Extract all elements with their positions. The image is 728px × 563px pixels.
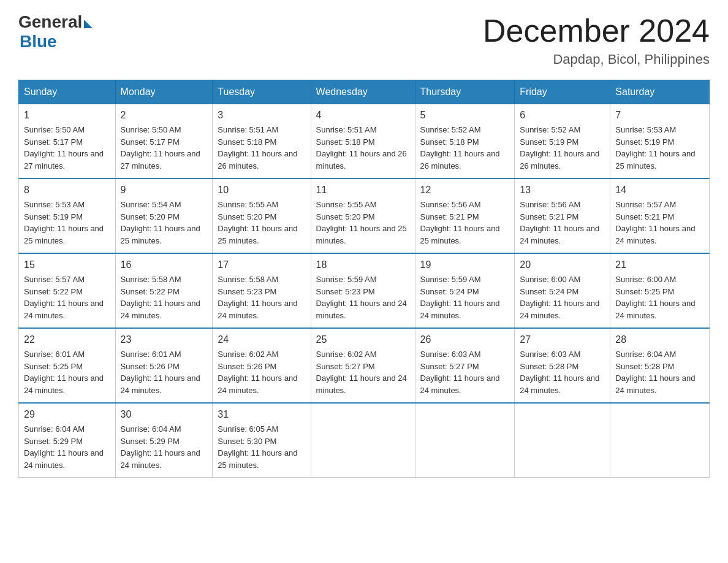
sunrise-label: Sunrise: 5:53 AM: [24, 200, 85, 209]
daylight-label: Daylight: 11 hours and 24 minutes.: [218, 373, 297, 395]
calendar-cell: 29Sunrise: 6:04 AMSunset: 5:29 PMDayligh…: [19, 403, 116, 478]
sunset-label: Sunset: 5:29 PM: [24, 437, 83, 446]
sunset-label: Sunset: 5:27 PM: [316, 362, 375, 371]
daylight-label: Daylight: 11 hours and 24 minutes.: [316, 299, 407, 320]
day-number: 13: [520, 183, 605, 197]
sunrise-label: Sunrise: 6:01 AM: [121, 350, 181, 359]
calendar-cell: 3Sunrise: 5:51 AMSunset: 5:18 PMDaylight…: [213, 104, 311, 179]
calendar-cell: 18Sunrise: 5:59 AMSunset: 5:23 PMDayligh…: [311, 253, 415, 328]
calendar-cell: 1Sunrise: 5:50 AMSunset: 5:17 PMDaylight…: [19, 104, 116, 179]
calendar-cell: 4Sunrise: 5:51 AMSunset: 5:18 PMDaylight…: [311, 104, 415, 179]
sunset-label: Sunset: 5:29 PM: [121, 437, 180, 446]
calendar-cell: 17Sunrise: 5:58 AMSunset: 5:23 PMDayligh…: [213, 253, 311, 328]
calendar-header-row: SundayMondayTuesdayWednesdayThursdayFrid…: [19, 80, 710, 104]
sunset-label: Sunset: 5:24 PM: [520, 287, 578, 296]
sunrise-label: Sunrise: 5:50 AM: [121, 125, 181, 134]
sunrise-label: Sunrise: 5:52 AM: [520, 125, 580, 134]
logo-arrow-icon: [84, 20, 93, 28]
sunrise-label: Sunrise: 6:04 AM: [121, 424, 181, 434]
logo: General Blue: [18, 12, 93, 52]
sunset-label: Sunset: 5:20 PM: [121, 212, 180, 221]
week-row-4: 22Sunrise: 6:01 AMSunset: 5:25 PMDayligh…: [19, 328, 710, 403]
sunrise-label: Sunrise: 6:02 AM: [218, 350, 278, 359]
calendar-cell: 20Sunrise: 6:00 AMSunset: 5:24 PMDayligh…: [515, 253, 610, 328]
header-wednesday: Wednesday: [311, 80, 415, 104]
sunset-label: Sunset: 5:17 PM: [24, 137, 83, 147]
calendar-cell: 12Sunrise: 5:56 AMSunset: 5:21 PMDayligh…: [415, 178, 515, 253]
header-sunday: Sunday: [19, 80, 116, 104]
title-section: December 2024 Dapdap, Bicol, Philippines: [483, 12, 710, 67]
day-number: 17: [218, 258, 305, 272]
header-thursday: Thursday: [415, 80, 515, 104]
sunrise-label: Sunrise: 6:00 AM: [615, 275, 676, 284]
sunset-label: Sunset: 5:26 PM: [121, 362, 180, 371]
sunset-label: Sunset: 5:28 PM: [615, 362, 674, 371]
page-subtitle: Dapdap, Bicol, Philippines: [483, 52, 710, 67]
logo-general-text: General: [18, 12, 82, 32]
day-number: 28: [615, 332, 704, 347]
calendar-cell: 23Sunrise: 6:01 AMSunset: 5:26 PMDayligh…: [115, 328, 213, 403]
daylight-label: Daylight: 11 hours and 25 minutes.: [615, 149, 695, 170]
daylight-label: Daylight: 11 hours and 24 minutes.: [121, 448, 200, 470]
day-number: 16: [121, 258, 208, 272]
day-number: 1: [24, 108, 110, 123]
sunset-label: Sunset: 5:21 PM: [615, 212, 674, 221]
day-number: 21: [615, 258, 704, 272]
calendar-cell: 26Sunrise: 6:03 AMSunset: 5:27 PMDayligh…: [415, 328, 515, 403]
day-number: 7: [615, 108, 704, 123]
daylight-label: Daylight: 11 hours and 25 minutes.: [24, 224, 104, 245]
header-saturday: Saturday: [610, 80, 710, 104]
sunrise-label: Sunrise: 5:53 AM: [615, 125, 676, 134]
calendar-cell: 15Sunrise: 5:57 AMSunset: 5:22 PMDayligh…: [19, 253, 116, 328]
page-title: December 2024: [483, 12, 710, 49]
calendar-cell: 16Sunrise: 5:58 AMSunset: 5:22 PMDayligh…: [115, 253, 213, 328]
day-number: 22: [24, 332, 110, 347]
daylight-label: Daylight: 11 hours and 25 minutes.: [218, 448, 297, 470]
sunset-label: Sunset: 5:22 PM: [24, 287, 83, 296]
calendar-cell: 7Sunrise: 5:53 AMSunset: 5:19 PMDaylight…: [610, 104, 710, 179]
day-number: 31: [218, 407, 305, 422]
sunset-label: Sunset: 5:30 PM: [218, 437, 276, 446]
sunrise-label: Sunrise: 5:59 AM: [316, 275, 377, 284]
daylight-label: Daylight: 11 hours and 24 minutes.: [420, 299, 500, 320]
sunrise-label: Sunrise: 5:56 AM: [520, 200, 580, 209]
day-number: 19: [420, 258, 510, 272]
sunrise-label: Sunrise: 5:57 AM: [615, 200, 676, 209]
calendar-cell: 14Sunrise: 5:57 AMSunset: 5:21 PMDayligh…: [610, 178, 710, 253]
calendar-cell: 25Sunrise: 6:02 AMSunset: 5:27 PMDayligh…: [311, 328, 415, 403]
day-number: 26: [420, 332, 510, 347]
sunset-label: Sunset: 5:25 PM: [24, 362, 83, 371]
sunrise-label: Sunrise: 6:01 AM: [24, 350, 85, 359]
sunrise-label: Sunrise: 6:03 AM: [420, 350, 481, 359]
day-number: 8: [24, 183, 110, 197]
sunset-label: Sunset: 5:19 PM: [520, 137, 578, 147]
sunrise-label: Sunrise: 6:00 AM: [520, 275, 580, 284]
day-number: 3: [218, 108, 305, 123]
calendar-cell: [610, 403, 710, 478]
daylight-label: Daylight: 11 hours and 24 minutes.: [520, 224, 599, 245]
sunset-label: Sunset: 5:21 PM: [520, 212, 578, 221]
calendar-cell: 6Sunrise: 5:52 AMSunset: 5:19 PMDaylight…: [515, 104, 610, 179]
sunrise-label: Sunrise: 5:54 AM: [121, 200, 181, 209]
daylight-label: Daylight: 11 hours and 24 minutes.: [24, 373, 104, 395]
sunrise-label: Sunrise: 6:04 AM: [24, 424, 85, 434]
day-number: 9: [121, 183, 208, 197]
daylight-label: Daylight: 11 hours and 24 minutes.: [121, 373, 200, 395]
calendar-table: SundayMondayTuesdayWednesdayThursdayFrid…: [18, 80, 710, 478]
day-number: 18: [316, 258, 410, 272]
header-tuesday: Tuesday: [213, 80, 311, 104]
sunset-label: Sunset: 5:24 PM: [420, 287, 479, 296]
day-number: 24: [218, 332, 305, 347]
header-friday: Friday: [515, 80, 610, 104]
sunset-label: Sunset: 5:21 PM: [420, 212, 479, 221]
calendar-cell: 31Sunrise: 6:05 AMSunset: 5:30 PMDayligh…: [213, 403, 311, 478]
sunrise-label: Sunrise: 5:58 AM: [218, 275, 278, 284]
daylight-label: Daylight: 11 hours and 25 minutes.: [420, 224, 500, 245]
day-number: 6: [520, 108, 605, 123]
calendar-cell: 2Sunrise: 5:50 AMSunset: 5:17 PMDaylight…: [115, 104, 213, 179]
day-number: 27: [520, 332, 605, 347]
sunset-label: Sunset: 5:19 PM: [615, 137, 674, 147]
sunset-label: Sunset: 5:20 PM: [218, 212, 276, 221]
calendar-cell: 5Sunrise: 5:52 AMSunset: 5:18 PMDaylight…: [415, 104, 515, 179]
sunset-label: Sunset: 5:20 PM: [316, 212, 375, 221]
